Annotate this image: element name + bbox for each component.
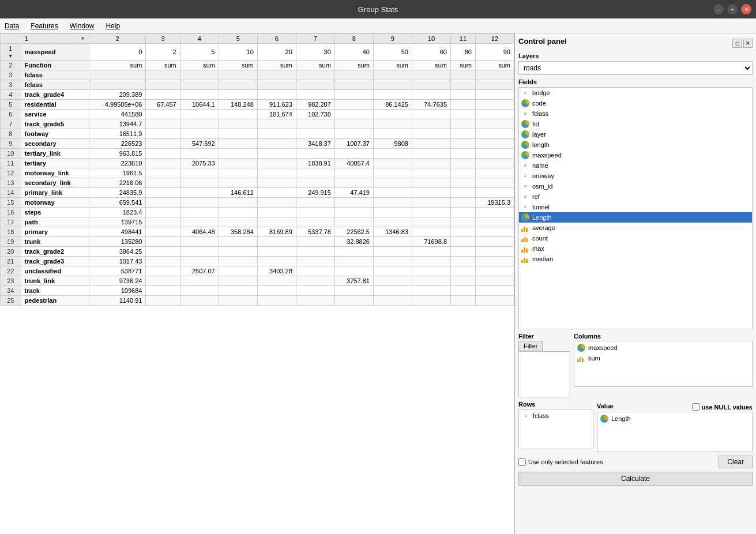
cell bbox=[451, 139, 476, 149]
table-row: 2 Function sum sum sum sum sum sum sum s… bbox=[1, 61, 514, 70]
menu-features[interactable]: Features bbox=[28, 21, 60, 31]
field-item-count[interactable]: count bbox=[519, 233, 752, 243]
field-item-length[interactable]: Length bbox=[519, 212, 752, 223]
data-table: 1 ▼ 2 3 4 5 6 7 8 9 10 11 12 bbox=[0, 33, 514, 306]
cell bbox=[89, 70, 146, 80]
cell bbox=[334, 168, 373, 178]
cell: 24835.9 bbox=[89, 188, 146, 198]
field-item-maxspeed[interactable]: maxspeed bbox=[519, 150, 752, 160]
cell bbox=[180, 237, 219, 247]
cell: pedestrian bbox=[21, 296, 89, 306]
cell bbox=[373, 168, 412, 178]
cell: 4064.48 bbox=[180, 227, 219, 237]
field-item-max[interactable]: max bbox=[519, 243, 752, 254]
pie-icon bbox=[521, 120, 529, 128]
filter-button[interactable]: Filter bbox=[518, 341, 543, 351]
cell bbox=[219, 257, 257, 266]
col-header-5[interactable]: 5 bbox=[219, 34, 257, 44]
cell: 90 bbox=[475, 44, 514, 61]
layer-select[interactable]: roads bbox=[518, 61, 753, 75]
cell bbox=[451, 168, 476, 178]
field-item-bridge[interactable]: ≡bridge bbox=[519, 88, 752, 98]
cell bbox=[412, 286, 450, 296]
pie-icon bbox=[521, 130, 529, 138]
field-item-code[interactable]: code bbox=[519, 98, 752, 108]
field-item-ref[interactable]: ≡ref bbox=[519, 191, 752, 202]
cell: tertiary bbox=[21, 159, 89, 168]
window-title: Group Stats bbox=[358, 5, 398, 14]
cell bbox=[146, 159, 180, 168]
col-header-4[interactable]: 4 bbox=[180, 34, 219, 44]
cell: 10644.1 bbox=[180, 100, 219, 110]
cell bbox=[257, 139, 296, 149]
field-item-layer[interactable]: layer bbox=[519, 129, 752, 140]
cell bbox=[257, 217, 296, 227]
column-name: sum bbox=[588, 355, 600, 362]
cell bbox=[219, 296, 257, 306]
row-num: 14 bbox=[1, 188, 21, 198]
cell bbox=[146, 149, 180, 159]
field-item-fid[interactable]: fid bbox=[519, 119, 752, 129]
use-only-selected-checkbox[interactable] bbox=[518, 458, 526, 466]
col-header-2[interactable]: 2 bbox=[89, 34, 146, 44]
cell bbox=[180, 217, 219, 227]
col-header-12[interactable]: 12 bbox=[475, 34, 514, 44]
cell: 71698.8 bbox=[412, 237, 450, 247]
cell bbox=[219, 168, 257, 178]
cell bbox=[373, 237, 412, 247]
cell bbox=[296, 247, 334, 257]
cp-restore-button[interactable]: ◻ bbox=[732, 39, 742, 48]
col-header-10[interactable]: 10 bbox=[412, 34, 450, 44]
col-header-6[interactable]: 6 bbox=[257, 34, 296, 44]
field-item-osm_id[interactable]: ≡osm_id bbox=[519, 181, 752, 191]
cell bbox=[296, 237, 334, 247]
cell bbox=[219, 247, 257, 257]
clear-button[interactable]: Clear bbox=[719, 456, 753, 468]
col-header-9[interactable]: 9 bbox=[373, 34, 412, 44]
row-num: 2 bbox=[1, 61, 21, 70]
cell: 1140.91 bbox=[89, 296, 146, 306]
cell: 1007.37 bbox=[334, 139, 373, 149]
text-icon: ≡ bbox=[521, 110, 529, 118]
minimize-button[interactable]: – bbox=[713, 4, 724, 14]
col-header-7[interactable]: 7 bbox=[296, 34, 334, 44]
col-header-1[interactable]: 1 ▼ bbox=[21, 34, 89, 44]
close-button[interactable]: ✕ bbox=[741, 4, 751, 14]
cell bbox=[257, 90, 296, 100]
cell: 135280 bbox=[89, 237, 146, 247]
cell bbox=[296, 266, 334, 276]
cell bbox=[373, 110, 412, 119]
col-header-8[interactable]: 8 bbox=[334, 34, 373, 44]
menu-help[interactable]: Help bbox=[103, 21, 122, 31]
cell: track_grade4 bbox=[21, 90, 89, 100]
field-item-name[interactable]: ≡name bbox=[519, 160, 752, 171]
cell: 223610 bbox=[89, 159, 146, 168]
cell bbox=[334, 149, 373, 159]
menu-data[interactable]: Data bbox=[2, 21, 21, 31]
col-header-11[interactable]: 11 bbox=[451, 34, 476, 44]
field-item-average[interactable]: average bbox=[519, 223, 752, 233]
cell: 148.248 bbox=[219, 100, 257, 110]
table-row: 5residential4.99505e+0667.45710644.1148.… bbox=[1, 100, 514, 110]
cell bbox=[180, 208, 219, 217]
cell bbox=[146, 178, 180, 188]
cell bbox=[451, 286, 476, 296]
field-item-oneway[interactable]: ≡oneway bbox=[519, 171, 752, 181]
col-header-3[interactable]: 3 bbox=[146, 34, 180, 44]
null-values-checkbox[interactable] bbox=[692, 403, 699, 411]
field-item-length[interactable]: length bbox=[519, 140, 752, 150]
menu-window[interactable]: Window bbox=[67, 21, 97, 31]
table-area[interactable]: 1 ▼ 2 3 4 5 6 7 8 9 10 11 12 bbox=[0, 33, 515, 534]
cell bbox=[373, 217, 412, 227]
field-name: oneway bbox=[532, 172, 554, 179]
column-item-sum: sum bbox=[576, 353, 751, 363]
cp-close-button[interactable]: ✕ bbox=[743, 39, 753, 48]
maximize-button[interactable]: + bbox=[727, 4, 738, 14]
calculate-button[interactable]: Calculate bbox=[518, 472, 753, 486]
field-item-fclass[interactable]: ≡fclass bbox=[519, 108, 752, 119]
table-row: 7track_grade513944.7 bbox=[1, 119, 514, 129]
columns-label: Columns bbox=[574, 333, 601, 340]
cell bbox=[475, 159, 514, 168]
field-item-median[interactable]: median bbox=[519, 254, 752, 264]
field-item-tunnel[interactable]: ≡tunnel bbox=[519, 202, 752, 212]
